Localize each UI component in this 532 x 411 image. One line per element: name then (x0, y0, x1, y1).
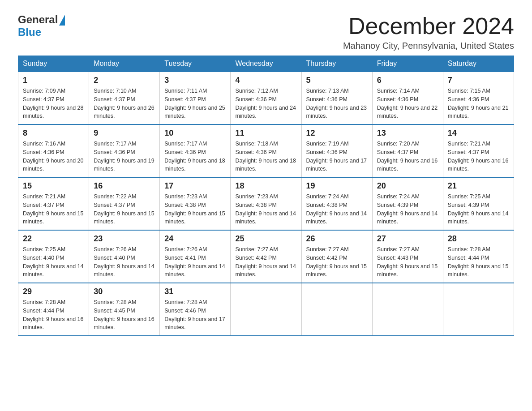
day-info: Sunrise: 7:20 AMSunset: 4:37 PMDaylight:… (377, 140, 438, 173)
day-number: 11 (235, 128, 296, 138)
calendar-header-sunday: Sunday (18, 56, 89, 72)
day-number: 5 (306, 76, 368, 85)
day-info: Sunrise: 7:17 AMSunset: 4:36 PMDaylight:… (94, 140, 155, 173)
day-number: 15 (23, 181, 84, 191)
calendar-cell: 15 Sunrise: 7:21 AMSunset: 4:37 PMDaylig… (18, 177, 89, 230)
day-info: Sunrise: 7:27 AMSunset: 4:42 PMDaylight:… (306, 245, 368, 279)
calendar-cell (231, 283, 301, 336)
calendar-cell: 2 Sunrise: 7:10 AMSunset: 4:37 PMDayligh… (89, 72, 160, 124)
calendar-cell: 18 Sunrise: 7:23 AMSunset: 4:38 PMDaylig… (231, 177, 301, 230)
day-number: 24 (164, 234, 226, 244)
calendar-cell: 11 Sunrise: 7:18 AMSunset: 4:36 PMDaylig… (231, 124, 301, 177)
day-number: 14 (448, 128, 509, 138)
day-info: Sunrise: 7:19 AMSunset: 4:36 PMDaylight:… (306, 140, 368, 173)
calendar-cell: 17 Sunrise: 7:23 AMSunset: 4:38 PMDaylig… (160, 177, 231, 230)
calendar-header-tuesday: Tuesday (160, 56, 231, 72)
calendar-cell: 29 Sunrise: 7:28 AMSunset: 4:44 PMDaylig… (18, 283, 89, 336)
calendar-cell: 4 Sunrise: 7:12 AMSunset: 4:36 PMDayligh… (231, 72, 301, 124)
calendar-cell: 6 Sunrise: 7:14 AMSunset: 4:36 PMDayligh… (372, 72, 443, 124)
day-info: Sunrise: 7:23 AMSunset: 4:38 PMDaylight:… (164, 193, 226, 226)
day-number: 19 (306, 181, 368, 191)
day-info: Sunrise: 7:24 AMSunset: 4:38 PMDaylight:… (306, 193, 368, 226)
day-number: 29 (23, 287, 84, 296)
day-number: 10 (164, 128, 226, 138)
calendar-cell: 12 Sunrise: 7:19 AMSunset: 4:36 PMDaylig… (301, 124, 372, 177)
calendar-cell (443, 283, 514, 336)
day-number: 8 (23, 128, 84, 138)
calendar-cell: 16 Sunrise: 7:22 AMSunset: 4:37 PMDaylig… (89, 177, 160, 230)
calendar-cell: 14 Sunrise: 7:21 AMSunset: 4:37 PMDaylig… (443, 124, 514, 177)
calendar-cell: 23 Sunrise: 7:26 AMSunset: 4:40 PMDaylig… (89, 230, 160, 283)
calendar-cell: 25 Sunrise: 7:27 AMSunset: 4:42 PMDaylig… (231, 230, 301, 283)
calendar-cell (372, 283, 443, 336)
day-number: 28 (448, 234, 509, 244)
calendar-cell: 9 Sunrise: 7:17 AMSunset: 4:36 PMDayligh… (89, 124, 160, 177)
day-number: 27 (377, 234, 438, 244)
month-year-title: December 2024 (343, 13, 514, 39)
day-info: Sunrise: 7:28 AMSunset: 4:45 PMDaylight:… (94, 298, 155, 332)
day-info: Sunrise: 7:14 AMSunset: 4:36 PMDaylight:… (377, 87, 438, 120)
calendar-header-row: SundayMondayTuesdayWednesdayThursdayFrid… (18, 56, 514, 72)
calendar-cell: 26 Sunrise: 7:27 AMSunset: 4:42 PMDaylig… (301, 230, 372, 283)
day-info: Sunrise: 7:22 AMSunset: 4:37 PMDaylight:… (94, 193, 155, 226)
logo-general-text: General (18, 13, 58, 26)
day-info: Sunrise: 7:25 AMSunset: 4:39 PMDaylight:… (448, 193, 509, 226)
logo-blue-text: Blue (18, 26, 41, 38)
calendar-header-monday: Monday (89, 56, 160, 72)
calendar-cell: 24 Sunrise: 7:26 AMSunset: 4:41 PMDaylig… (160, 230, 231, 283)
calendar-header-thursday: Thursday (301, 56, 372, 72)
location-subtitle: Mahanoy City, Pennsylvania, United State… (343, 41, 514, 51)
calendar-cell: 19 Sunrise: 7:24 AMSunset: 4:38 PMDaylig… (301, 177, 372, 230)
day-info: Sunrise: 7:09 AMSunset: 4:37 PMDaylight:… (23, 87, 84, 120)
day-info: Sunrise: 7:24 AMSunset: 4:39 PMDaylight:… (377, 193, 438, 226)
calendar-week-row: 8 Sunrise: 7:16 AMSunset: 4:36 PMDayligh… (18, 124, 514, 177)
day-number: 3 (164, 76, 226, 85)
calendar-cell: 31 Sunrise: 7:28 AMSunset: 4:46 PMDaylig… (160, 283, 231, 336)
day-number: 17 (164, 181, 226, 191)
day-number: 13 (377, 128, 438, 138)
day-info: Sunrise: 7:28 AMSunset: 4:44 PMDaylight:… (23, 298, 84, 332)
calendar-cell (301, 283, 372, 336)
calendar-cell: 22 Sunrise: 7:25 AMSunset: 4:40 PMDaylig… (18, 230, 89, 283)
calendar-cell: 3 Sunrise: 7:11 AMSunset: 4:37 PMDayligh… (160, 72, 231, 124)
day-number: 31 (164, 287, 226, 296)
calendar-cell: 10 Sunrise: 7:17 AMSunset: 4:36 PMDaylig… (160, 124, 231, 177)
day-number: 6 (377, 76, 438, 85)
day-number: 26 (306, 234, 368, 244)
day-number: 16 (94, 181, 155, 191)
day-info: Sunrise: 7:16 AMSunset: 4:36 PMDaylight:… (23, 140, 84, 173)
day-info: Sunrise: 7:17 AMSunset: 4:36 PMDaylight:… (164, 140, 226, 173)
day-number: 1 (23, 76, 84, 85)
calendar-cell: 13 Sunrise: 7:20 AMSunset: 4:37 PMDaylig… (372, 124, 443, 177)
page-header: General Blue December 2024 Mahanoy City,… (18, 13, 514, 51)
day-info: Sunrise: 7:11 AMSunset: 4:37 PMDaylight:… (164, 87, 226, 120)
day-number: 30 (94, 287, 155, 296)
day-number: 22 (23, 234, 84, 244)
logo: General Blue (18, 13, 65, 39)
calendar-cell: 5 Sunrise: 7:13 AMSunset: 4:36 PMDayligh… (301, 72, 372, 124)
calendar-week-row: 22 Sunrise: 7:25 AMSunset: 4:40 PMDaylig… (18, 230, 514, 283)
day-info: Sunrise: 7:13 AMSunset: 4:36 PMDaylight:… (306, 87, 368, 120)
calendar-cell: 28 Sunrise: 7:28 AMSunset: 4:44 PMDaylig… (443, 230, 514, 283)
day-info: Sunrise: 7:15 AMSunset: 4:36 PMDaylight:… (448, 87, 509, 120)
day-info: Sunrise: 7:10 AMSunset: 4:37 PMDaylight:… (94, 87, 155, 120)
day-info: Sunrise: 7:26 AMSunset: 4:41 PMDaylight:… (164, 245, 226, 279)
day-info: Sunrise: 7:26 AMSunset: 4:40 PMDaylight:… (94, 245, 155, 279)
calendar-cell: 1 Sunrise: 7:09 AMSunset: 4:37 PMDayligh… (18, 72, 89, 124)
day-number: 12 (306, 128, 368, 138)
calendar-header-friday: Friday (372, 56, 443, 72)
day-number: 9 (94, 128, 155, 138)
day-number: 23 (94, 234, 155, 244)
calendar-cell: 21 Sunrise: 7:25 AMSunset: 4:39 PMDaylig… (443, 177, 514, 230)
day-number: 4 (235, 76, 296, 85)
calendar-week-row: 15 Sunrise: 7:21 AMSunset: 4:37 PMDaylig… (18, 177, 514, 230)
calendar-header-wednesday: Wednesday (231, 56, 301, 72)
calendar-week-row: 29 Sunrise: 7:28 AMSunset: 4:44 PMDaylig… (18, 283, 514, 336)
day-number: 20 (377, 181, 438, 191)
day-info: Sunrise: 7:18 AMSunset: 4:36 PMDaylight:… (235, 140, 296, 173)
calendar-table: SundayMondayTuesdayWednesdayThursdayFrid… (18, 56, 514, 336)
calendar-week-row: 1 Sunrise: 7:09 AMSunset: 4:37 PMDayligh… (18, 72, 514, 124)
calendar-cell: 30 Sunrise: 7:28 AMSunset: 4:45 PMDaylig… (89, 283, 160, 336)
day-info: Sunrise: 7:28 AMSunset: 4:46 PMDaylight:… (164, 298, 226, 332)
day-info: Sunrise: 7:12 AMSunset: 4:36 PMDaylight:… (235, 87, 296, 120)
